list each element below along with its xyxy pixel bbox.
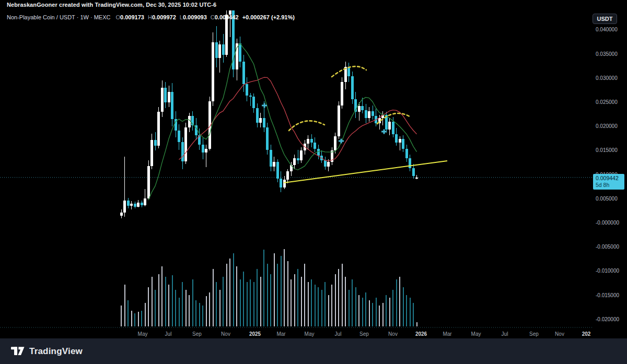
time-axis-year-label: 2025 [249, 331, 261, 337]
volume-bar [209, 292, 210, 326]
candle-down [141, 203, 143, 205]
candle-down [297, 158, 299, 160]
volume-bar [152, 277, 153, 326]
candle-down [351, 76, 354, 99]
time-axis-month-label: Nov [221, 331, 230, 337]
volume-bar [134, 313, 135, 326]
candle-down [270, 150, 272, 167]
volume-bar [362, 298, 363, 326]
time-axis-month-label: Mar [443, 331, 451, 337]
time-axis-month-label: May [471, 331, 481, 337]
candle-up [300, 150, 303, 160]
candle-up [161, 88, 164, 112]
ohlc-pair: L0.009093 [180, 14, 207, 20]
volume-bar [324, 282, 326, 326]
volume-bar [396, 279, 397, 326]
volume-bar [243, 272, 244, 326]
price-axis-label: -0.010000 [596, 268, 619, 274]
volume-bar [247, 282, 248, 326]
candle-down [181, 142, 184, 161]
time-axis-month-label: May [138, 331, 148, 337]
ohlc-pair: H0.009972 [148, 14, 176, 20]
volume-bar [172, 275, 173, 326]
volume-bar [161, 266, 162, 326]
candle-up [334, 136, 336, 151]
chart-area[interactable]: Non-Playable Coin / USDT · 1W · MEXC O0.… [0, 10, 592, 338]
tradingview-wordmark: TradingView [29, 346, 83, 357]
candle-down [263, 118, 265, 127]
current-price-tag: 0.009442 5d 8h [593, 174, 624, 190]
volume-bar [376, 298, 377, 326]
volume-bar [338, 269, 339, 326]
candle-down [402, 139, 404, 148]
candle-up [327, 162, 330, 167]
volume-bar [185, 290, 187, 326]
candle-up [123, 201, 126, 212]
trendline-drawing[interactable] [284, 161, 447, 183]
volume-bar [284, 249, 285, 326]
candle-up [120, 213, 123, 216]
volume-bar [410, 298, 411, 326]
time-axis[interactable]: MayJulSepNov2025MarMayJulSepNov2026MarMa… [0, 329, 592, 338]
volume-bar [389, 298, 390, 326]
bar-countdown: 5d 8h [596, 182, 624, 189]
candle-down [202, 145, 204, 152]
volume-bar [270, 274, 271, 326]
time-axis-month-label: Jul [165, 331, 172, 337]
volume-bar [311, 279, 312, 326]
candlestick-chart[interactable] [0, 10, 592, 338]
volume-bar [199, 303, 200, 326]
candle-down [266, 127, 269, 150]
volume-bar [216, 282, 217, 326]
price-axis-label: 0.030000 [596, 75, 618, 81]
volume-bar [182, 282, 183, 326]
volume-bar [386, 295, 387, 326]
candle-down [324, 160, 327, 167]
candle-up [168, 92, 170, 102]
volume-bar [382, 303, 384, 326]
volume-bar [413, 303, 414, 326]
plus-marker[interactable] [339, 139, 344, 144]
volume-bar [392, 290, 393, 326]
volume-bar [229, 259, 230, 326]
arc-annotation[interactable] [289, 121, 324, 131]
candle-up [338, 105, 340, 136]
price-axis[interactable]: -0.020000-0.015000-0.010000-0.005000-0.0… [592, 10, 627, 338]
volume-bar [141, 311, 142, 326]
volume-bar [121, 306, 122, 326]
volume-bar [175, 290, 176, 326]
ohlc-pair: O0.009173 [115, 14, 144, 20]
volume-bar [297, 269, 298, 326]
candle-down [215, 42, 218, 58]
volume-bar [291, 279, 292, 326]
volume-bar [277, 264, 278, 326]
volume-bar [189, 295, 190, 326]
candle-up [157, 112, 160, 146]
price-axis-label: -0.015000 [596, 292, 619, 298]
price-axis-label: -0.005000 [596, 244, 619, 250]
volume-bar [240, 279, 241, 326]
candle-up [218, 44, 221, 58]
candle-down [280, 179, 282, 187]
candle-up [147, 166, 150, 198]
currency-toggle-button[interactable]: USDT [593, 14, 617, 24]
candle-up [184, 127, 187, 161]
candle-down [409, 158, 411, 168]
time-axis-month-label: Sep [192, 331, 202, 337]
candle-down [392, 122, 394, 134]
candle-down [127, 201, 130, 205]
candle-up [225, 15, 228, 55]
candle-down [405, 149, 408, 158]
time-axis-month-label: Sep [529, 331, 539, 337]
volume-bar [148, 287, 149, 326]
volume-bar [192, 279, 193, 326]
candle-up [388, 122, 391, 130]
volume-bar [308, 282, 309, 326]
time-axis-month-label: Sep [359, 331, 369, 337]
symbol-title: Non-Playable Coin / USDT · 1W · MEXC [7, 14, 110, 20]
volume-bar [253, 282, 254, 326]
volume-bar [345, 277, 346, 326]
price-axis-label: 0.020000 [596, 123, 618, 129]
price-axis-label: 0.035000 [596, 51, 618, 57]
candle-up [286, 171, 289, 180]
